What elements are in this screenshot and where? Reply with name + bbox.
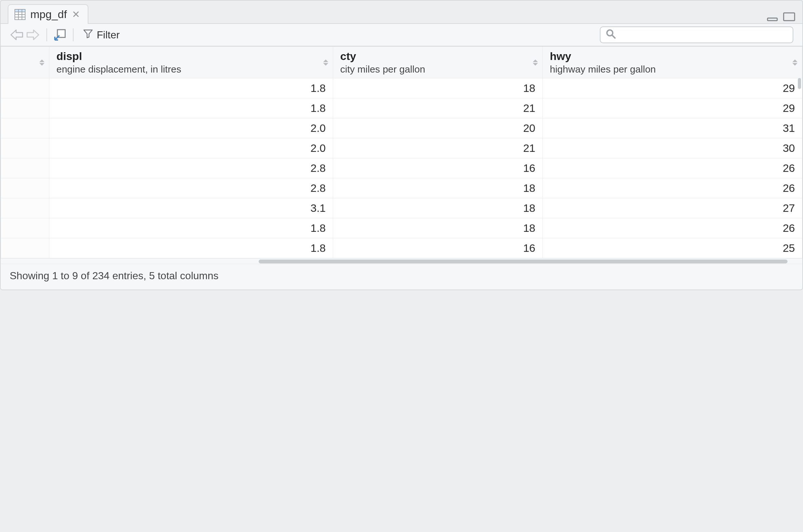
table-icon [14,9,26,20]
column-desc: city miles per gallon [340,64,535,75]
cell-cty: 18 [333,78,543,98]
cell-cty: 18 [333,178,543,198]
popout-icon[interactable] [54,28,66,41]
close-icon[interactable]: ✕ [71,9,81,20]
cell-hwy: 27 [543,198,802,218]
sort-icon[interactable] [533,59,538,65]
svg-rect-1 [15,10,25,12]
toolbar-divider [73,28,74,41]
cell-hwy: 31 [543,118,802,138]
sort-icon[interactable] [39,59,44,65]
cell-hwy: 30 [543,138,802,158]
tab-title: mpg_df [30,8,67,21]
cell-cty: 18 [333,198,543,218]
row-number-header[interactable] [1,47,49,78]
cell-hwy: 29 [543,78,802,98]
cell-displ: 3.1 [49,198,333,218]
toolbar-divider [46,28,47,41]
search-box[interactable] [600,26,793,43]
column-header-hwy[interactable]: hwy highway miles per gallon [543,47,802,78]
row-number-cell [1,138,49,158]
table-row[interactable]: 2.02130 [1,138,802,158]
data-grid: displ engine displacement, in litres cty… [1,46,802,264]
sort-icon[interactable] [323,59,328,65]
table-row[interactable]: 2.02031 [1,118,802,138]
table-row[interactable]: 1.81829 [1,78,802,98]
filter-button[interactable]: Filter [80,27,123,42]
forward-icon[interactable] [26,29,40,41]
row-number-cell [1,178,49,198]
table-row[interactable]: 3.11827 [1,198,802,218]
cell-cty: 21 [333,98,543,118]
search-input[interactable] [620,29,787,41]
vertical-scrollbar-thumb[interactable] [798,78,801,89]
row-number-cell [1,198,49,218]
cell-cty: 18 [333,218,543,238]
scrollbar-thumb[interactable] [259,260,787,263]
svg-line-10 [612,35,615,38]
search-icon [606,29,616,41]
cell-hwy: 26 [543,158,802,178]
column-header-cty[interactable]: cty city miles per gallon [333,47,543,78]
window-controls [766,12,799,23]
cell-displ: 1.8 [49,218,333,238]
table-row[interactable]: 1.81625 [1,238,802,258]
horizontal-scrollbar[interactable] [1,258,802,264]
filter-label: Filter [97,29,120,41]
cell-displ: 1.8 [49,78,333,98]
cell-cty: 20 [333,118,543,138]
status-text: Showing 1 to 9 of 234 entries, 5 total c… [10,270,219,282]
column-name: hwy [550,50,795,62]
cell-cty: 21 [333,138,543,158]
cell-cty: 16 [333,238,543,258]
cell-hwy: 25 [543,238,802,258]
table-row[interactable]: 1.82129 [1,98,802,118]
svg-rect-6 [767,18,777,21]
minimize-icon[interactable] [766,12,779,22]
column-name: displ [56,50,326,62]
cell-displ: 1.8 [49,98,333,118]
tab-mpg-df[interactable]: mpg_df ✕ [8,4,88,24]
data-viewer-window: mpg_df ✕ [0,0,803,290]
row-number-cell [1,78,49,98]
cell-displ: 2.8 [49,178,333,198]
row-number-cell [1,238,49,258]
column-desc: engine displacement, in litres [56,64,326,75]
toolbar: Filter [1,23,802,46]
table-row[interactable]: 2.81626 [1,158,802,178]
row-number-cell [1,158,49,178]
row-number-cell [1,118,49,138]
cell-displ: 1.8 [49,238,333,258]
column-desc: highway miles per gallon [550,64,795,75]
column-header-displ[interactable]: displ engine displacement, in litres [49,47,333,78]
cell-displ: 2.8 [49,158,333,178]
tab-strip: mpg_df ✕ [1,1,802,23]
cell-displ: 2.0 [49,118,333,138]
row-number-cell [1,218,49,238]
maximize-icon[interactable] [782,12,796,22]
cell-hwy: 26 [543,178,802,198]
table-row[interactable]: 2.81826 [1,178,802,198]
table-row[interactable]: 1.81826 [1,218,802,238]
sort-icon[interactable] [792,59,798,65]
svg-rect-7 [784,13,795,21]
cell-hwy: 29 [543,98,802,118]
row-number-cell [1,98,49,118]
status-bar: Showing 1 to 9 of 234 entries, 5 total c… [1,264,802,289]
back-icon[interactable] [10,29,24,41]
column-name: cty [340,50,535,62]
funnel-icon [83,29,93,41]
cell-hwy: 26 [543,218,802,238]
cell-displ: 2.0 [49,138,333,158]
cell-cty: 16 [333,158,543,178]
header-row: displ engine displacement, in litres cty… [1,47,802,78]
